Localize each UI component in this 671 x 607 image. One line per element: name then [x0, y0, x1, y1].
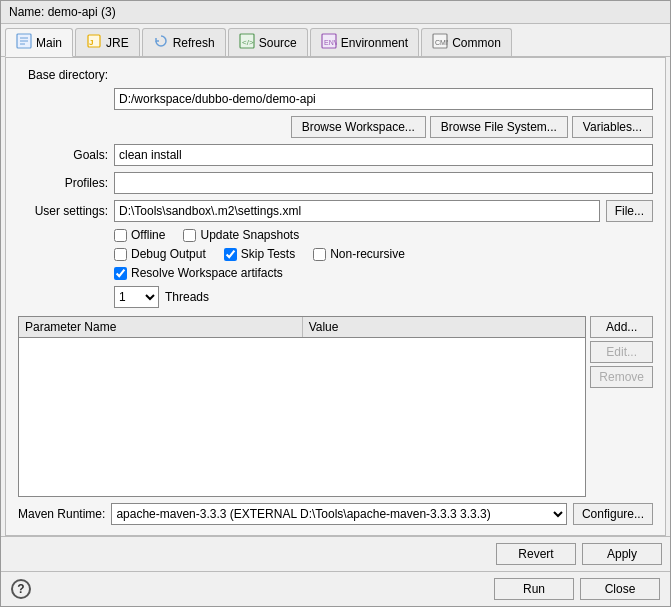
table-body	[19, 338, 585, 428]
offline-checkbox-label[interactable]: Offline	[114, 228, 165, 242]
offline-label: Offline	[131, 228, 165, 242]
base-directory-input[interactable]	[114, 88, 653, 110]
maven-select[interactable]: apache-maven-3.3.3 (EXTERNAL D:\Tools\ap…	[111, 503, 567, 525]
parameters-table: Parameter Name Value	[18, 316, 586, 497]
skip-tests-label: Skip Tests	[241, 247, 295, 261]
param-name-header: Parameter Name	[19, 317, 303, 337]
svg-text:ENV: ENV	[324, 39, 337, 46]
tab-jre[interactable]: J JRE	[75, 28, 140, 56]
help-icon[interactable]: ?	[11, 579, 31, 599]
base-directory-label: Base directory:	[18, 68, 108, 82]
tab-environment-label: Environment	[341, 36, 408, 50]
parameters-table-section: Parameter Name Value Add... Edit... Remo…	[18, 316, 653, 497]
jre-tab-icon: J	[86, 33, 102, 52]
svg-text:</>: </>	[242, 38, 254, 47]
profiles-row: Profiles:	[18, 172, 653, 194]
update-snapshots-checkbox-label[interactable]: Update Snapshots	[183, 228, 299, 242]
add-button[interactable]: Add...	[590, 316, 653, 338]
user-settings-label: User settings:	[18, 204, 108, 218]
goals-input[interactable]	[114, 144, 653, 166]
threads-row: 1 2 4 8 Threads	[114, 286, 653, 308]
resolve-workspace-label: Resolve Workspace artifacts	[131, 266, 283, 280]
user-settings-input[interactable]	[114, 200, 600, 222]
debug-output-checkbox[interactable]	[114, 248, 127, 261]
refresh-tab-icon	[153, 33, 169, 52]
base-directory-buttons: Browse Workspace... Browse File System..…	[114, 116, 653, 138]
checkboxes-section: Offline Update Snapshots Debug Output Sk…	[114, 228, 653, 280]
common-tab-icon: CMN	[432, 33, 448, 52]
user-settings-row: User settings: File...	[18, 200, 653, 222]
non-recursive-checkbox-label[interactable]: Non-recursive	[313, 247, 405, 261]
goals-label: Goals:	[18, 148, 108, 162]
main-tab-icon	[16, 33, 32, 52]
update-snapshots-label: Update Snapshots	[200, 228, 299, 242]
dialog-title: Name: demo-api (3)	[9, 5, 116, 19]
tab-environment[interactable]: ENV Environment	[310, 28, 419, 56]
debug-output-label: Debug Output	[131, 247, 206, 261]
svg-text:CMN: CMN	[435, 39, 448, 46]
tab-common[interactable]: CMN Common	[421, 28, 512, 56]
env-tab-icon: ENV	[321, 33, 337, 52]
tab-source-label: Source	[259, 36, 297, 50]
tab-main[interactable]: Main	[5, 28, 73, 57]
profiles-label: Profiles:	[18, 176, 108, 190]
browse-filesystem-button[interactable]: Browse File System...	[430, 116, 568, 138]
resolve-workspace-checkbox-label[interactable]: Resolve Workspace artifacts	[114, 266, 283, 280]
source-tab-icon: </>	[239, 33, 255, 52]
base-directory-row: Base directory:	[18, 68, 653, 82]
tab-refresh[interactable]: Refresh	[142, 28, 226, 56]
remove-button[interactable]: Remove	[590, 366, 653, 388]
update-snapshots-checkbox[interactable]	[183, 229, 196, 242]
apply-button[interactable]: Apply	[582, 543, 662, 565]
footer-bar: ? Run Close	[1, 571, 670, 606]
checkbox-row-1: Offline Update Snapshots	[114, 228, 653, 242]
tab-common-label: Common	[452, 36, 501, 50]
svg-text:J: J	[89, 38, 93, 47]
checkbox-row-3: Resolve Workspace artifacts	[114, 266, 653, 280]
main-content: Base directory: Browse Workspace... Brow…	[5, 57, 666, 536]
skip-tests-checkbox-label[interactable]: Skip Tests	[224, 247, 295, 261]
maven-row: Maven Runtime: apache-maven-3.3.3 (EXTER…	[18, 503, 653, 525]
footer-right: Run Close	[494, 578, 660, 600]
revert-button[interactable]: Revert	[496, 543, 576, 565]
skip-tests-checkbox[interactable]	[224, 248, 237, 261]
configure-button[interactable]: Configure...	[573, 503, 653, 525]
checkbox-row-2: Debug Output Skip Tests Non-recursive	[114, 247, 653, 261]
tab-jre-label: JRE	[106, 36, 129, 50]
edit-button[interactable]: Edit...	[590, 341, 653, 363]
maven-label: Maven Runtime:	[18, 507, 105, 521]
browse-workspace-button[interactable]: Browse Workspace...	[291, 116, 426, 138]
tabs-bar: Main J JRE Refresh </> Source ENV Enviro…	[1, 24, 670, 57]
non-recursive-checkbox[interactable]	[313, 248, 326, 261]
profiles-input[interactable]	[114, 172, 653, 194]
table-buttons: Add... Edit... Remove	[590, 316, 653, 497]
offline-checkbox[interactable]	[114, 229, 127, 242]
threads-label: Threads	[165, 290, 209, 304]
tab-main-label: Main	[36, 36, 62, 50]
close-button[interactable]: Close	[580, 578, 660, 600]
bottom-buttons: Revert Apply	[1, 536, 670, 571]
resolve-workspace-checkbox[interactable]	[114, 267, 127, 280]
debug-output-checkbox-label[interactable]: Debug Output	[114, 247, 206, 261]
table-header: Parameter Name Value	[19, 317, 585, 338]
goals-row: Goals:	[18, 144, 653, 166]
tab-refresh-label: Refresh	[173, 36, 215, 50]
non-recursive-label: Non-recursive	[330, 247, 405, 261]
param-value-header: Value	[303, 317, 586, 337]
base-directory-input-row	[18, 88, 653, 110]
threads-select[interactable]: 1 2 4 8	[114, 286, 159, 308]
file-button[interactable]: File...	[606, 200, 653, 222]
variables-button[interactable]: Variables...	[572, 116, 653, 138]
dialog: Name: demo-api (3) Main J JRE Refresh </…	[0, 0, 671, 607]
run-button[interactable]: Run	[494, 578, 574, 600]
title-bar: Name: demo-api (3)	[1, 1, 670, 24]
tab-source[interactable]: </> Source	[228, 28, 308, 56]
